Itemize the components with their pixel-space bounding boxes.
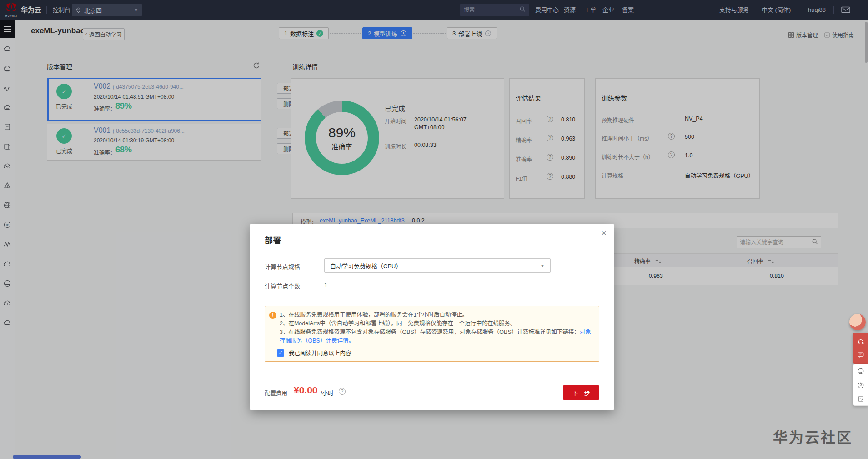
help-circle-icon[interactable] xyxy=(853,378,868,392)
dialog-divider xyxy=(250,380,614,380)
deploy-dialog: × 部署 计算节点规格 自动学习免费规格（CPU） ▼ 计算节点个数 1 ! 1… xyxy=(250,224,614,410)
notice-line-3: 3、在线服务免费规格资源不包含对象存储服务（OBS）存储资源费用，对象存储服务（… xyxy=(280,328,592,345)
feedback-doc-icon[interactable] xyxy=(853,392,868,405)
notice-line-1: 1、在线服务免费规格用于使用体验，部署的服务会在1个小时后自动停止。 xyxy=(280,311,592,319)
dialog-title: 部署 xyxy=(265,234,281,246)
headset-icon xyxy=(857,338,864,346)
agree-checkbox[interactable]: ✓ xyxy=(277,349,284,357)
mascot-icon[interactable] xyxy=(849,314,866,330)
notice-box: ! 1、在线服务免费规格用于使用体验，部署的服务会在1个小时后自动停止。 2、在… xyxy=(265,306,599,362)
select-caret-icon: ▼ xyxy=(540,263,545,268)
fee-value: ¥0.00 xyxy=(294,385,318,396)
fee-unit: /小时 xyxy=(321,388,333,397)
screen: HUAWEI 华为云 控制台 北京四 ▼ 费用中心 资源 工单 企业 备案 支持… xyxy=(0,0,868,459)
agree-label: 我已阅读并同意以上内容 xyxy=(289,348,351,357)
next-step-button[interactable]: 下一步 xyxy=(563,385,599,400)
feedback-float-panel xyxy=(853,364,868,406)
notice-line-2: 2、在ModelArts中（含自动学习和部署上线），同一免费规格仅能存在一个运行… xyxy=(280,319,592,328)
satisfaction-smiley-icon[interactable] xyxy=(853,364,868,378)
fee-label: 配置费用 xyxy=(265,388,287,398)
node-count-label: 计算节点个数 xyxy=(265,282,300,290)
help-icon[interactable]: ? xyxy=(339,388,346,395)
warning-icon: ! xyxy=(269,312,276,319)
node-spec-value: 自动学习免费规格（CPU） xyxy=(330,262,401,270)
chat-icon xyxy=(857,351,864,358)
node-count-value: 1 xyxy=(324,282,327,288)
support-float-panel[interactable] xyxy=(853,333,868,364)
close-icon[interactable]: × xyxy=(601,228,607,237)
node-spec-select[interactable]: 自动学习免费规格（CPU） ▼ xyxy=(324,258,551,273)
node-spec-label: 计算节点规格 xyxy=(265,262,300,271)
